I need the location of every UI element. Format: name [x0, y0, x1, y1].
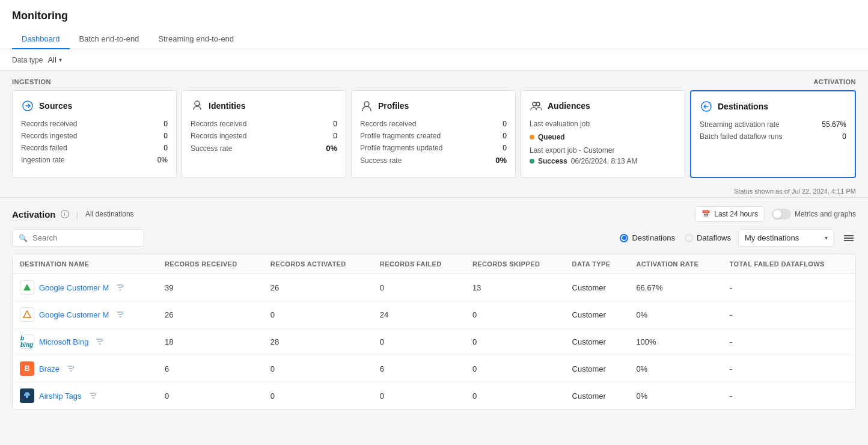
- td-records-received: 0: [157, 382, 263, 410]
- th-total-failed-dataflows: TOTAL FAILED DATAFLOWS: [723, 254, 855, 274]
- destinations-dropdown[interactable]: My destinations ▾: [738, 229, 834, 247]
- filter-row: 🔍 Destinations Dataflows: [12, 229, 856, 247]
- destinations-streaming-rate-label: Streaming activation rate: [700, 120, 780, 129]
- data-type-select[interactable]: All ▾: [47, 55, 61, 64]
- sources-records-ingested-value: 0: [164, 132, 168, 140]
- time-range-selector[interactable]: 📅 Last 24 hours: [695, 206, 765, 222]
- profiles-fragments-created-label: Profile fragments created: [360, 132, 441, 140]
- td-records-skipped: 0: [465, 328, 565, 355]
- td-total-failed-dataflows: -: [723, 328, 855, 355]
- td-records-activated: 0: [263, 301, 373, 328]
- sources-ingestion-rate: Ingestion rate 0%: [21, 156, 168, 164]
- profiles-success-rate-value: 0%: [495, 156, 507, 165]
- profiles-icon: [360, 99, 373, 112]
- dest-filter-icons: [114, 283, 124, 292]
- td-activation-rate: 0%: [629, 355, 722, 382]
- toggle-switch[interactable]: [772, 209, 791, 219]
- destinations-batch-failed-value: 0: [842, 132, 846, 141]
- sources-records-received: Records received 0: [21, 120, 168, 128]
- audiences-card: Audiences Last evaluation job Queued Las…: [521, 90, 685, 178]
- td-activation-rate: 0%: [629, 301, 722, 328]
- sources-metrics: Records received 0 Records ingested 0 Re…: [21, 120, 168, 164]
- tab-dashboard[interactable]: Dashboard: [12, 29, 70, 49]
- svg-point-11: [72, 366, 75, 369]
- profiles-success-rate-label: Success rate: [360, 156, 402, 165]
- tab-streaming[interactable]: Streaming end-to-end: [148, 29, 243, 49]
- columns-icon[interactable]: [842, 233, 856, 244]
- svg-point-4: [536, 102, 540, 106]
- dest-filter-icons: [93, 337, 104, 346]
- identities-success-rate-value: 0%: [326, 144, 337, 153]
- identities-records-received-value: 0: [333, 120, 337, 128]
- page-title: Monitoring: [12, 10, 856, 22]
- filter-right: Destinations Dataflows My destinations ▾: [620, 229, 856, 247]
- destinations-metrics: Streaming activation rate 55.67% Batch f…: [700, 120, 846, 141]
- sources-title: Sources: [39, 101, 72, 111]
- page: Monitoring Dashboard Batch end-to-end St…: [0, 0, 868, 445]
- dest-name[interactable]: Google Customer M: [39, 283, 109, 292]
- destinations-card: Destinations Streaming activation rate 5…: [690, 90, 856, 178]
- activation-title-row: Activation i | All destinations: [12, 209, 134, 219]
- identities-card: Identities Records received 0 Records in…: [182, 90, 346, 178]
- activation-section-label: ACTIVATION: [813, 78, 856, 85]
- table-head: DESTINATION NAME RECORDS RECEIVED RECORD…: [13, 254, 855, 274]
- dest-name[interactable]: Airship Tags: [39, 391, 82, 400]
- search-box[interactable]: 🔍: [12, 229, 144, 247]
- td-destination-name: B Braze: [13, 355, 157, 382]
- radio-destinations-outer: [620, 234, 628, 242]
- td-records-skipped: 0: [465, 382, 565, 410]
- destinations-table-container: DESTINATION NAME RECORDS RECEIVED RECORD…: [12, 254, 856, 410]
- svg-point-3: [533, 102, 536, 106]
- activation-title: Activation: [12, 209, 56, 219]
- dest-name[interactable]: Google Customer M: [39, 310, 109, 319]
- calendar-icon: 📅: [701, 210, 711, 218]
- th-records-received: RECORDS RECEIVED: [157, 254, 263, 274]
- td-records-activated: 28: [263, 328, 373, 355]
- th-records-activated: RECORDS ACTIVATED: [263, 254, 373, 274]
- metrics-toggle-label: Metrics and graphs: [795, 210, 856, 218]
- td-records-skipped: 13: [465, 274, 565, 301]
- col-bar-2: [844, 238, 854, 239]
- td-destination-name: b bing Microsoft Bing: [13, 328, 157, 355]
- col-bar-1: [844, 235, 854, 236]
- audiences-success-status: Success: [538, 157, 567, 165]
- identities-title: Identities: [209, 101, 245, 111]
- td-activation-rate: 66.67%: [629, 274, 722, 301]
- td-records-activated: 0: [263, 382, 373, 410]
- dest-logo: [20, 307, 34, 322]
- destinations-table: DESTINATION NAME RECORDS RECEIVED RECORD…: [13, 254, 855, 409]
- identities-success-rate: Success rate 0%: [191, 144, 337, 153]
- info-icon[interactable]: i: [61, 210, 69, 218]
- metrics-toggle[interactable]: Metrics and graphs: [772, 209, 856, 219]
- audiences-export-label: Last export job - Customer: [530, 146, 676, 155]
- dest-logo: b bing: [20, 334, 34, 349]
- dest-name[interactable]: Microsoft Bing: [39, 337, 88, 346]
- destinations-batch-failed-label: Batch failed dataflow runs: [700, 132, 782, 141]
- svg-point-7: [121, 285, 124, 287]
- td-data-type: Customer: [565, 274, 629, 301]
- td-records-received: 18: [157, 328, 263, 355]
- td-records-received: 39: [157, 274, 263, 301]
- svg-point-13: [94, 393, 97, 396]
- th-records-failed: RECORDS FAILED: [373, 254, 465, 274]
- dest-logo: [20, 280, 34, 295]
- search-input[interactable]: [32, 233, 138, 242]
- activation-header: Activation i | All destinations 📅 Last 2…: [12, 206, 856, 222]
- svg-marker-6: [23, 284, 31, 290]
- svg-rect-12: [26, 396, 28, 398]
- td-records-received: 26: [157, 301, 263, 328]
- toolbar: Data type All ▾: [0, 49, 868, 71]
- tab-batch[interactable]: Batch end-to-end: [70, 29, 149, 49]
- dest-cell: Google Customer M: [20, 280, 150, 295]
- radio-destinations[interactable]: Destinations: [620, 233, 675, 242]
- svg-point-9: [121, 312, 124, 315]
- dest-name[interactable]: Braze: [39, 364, 60, 373]
- svg-marker-8: [23, 311, 31, 318]
- profiles-success-rate: Success rate 0%: [360, 156, 507, 165]
- destinations-streaming-rate-value: 55.67%: [822, 120, 846, 129]
- dest-filter-icons: [64, 364, 75, 373]
- radio-dataflows[interactable]: Dataflows: [685, 233, 731, 242]
- sources-records-failed-label: Records failed: [21, 144, 67, 152]
- cards-section: INGESTION ACTIVATION Sources Re: [0, 71, 868, 185]
- profiles-fragments-updated-label: Profile fragments updated: [360, 144, 442, 152]
